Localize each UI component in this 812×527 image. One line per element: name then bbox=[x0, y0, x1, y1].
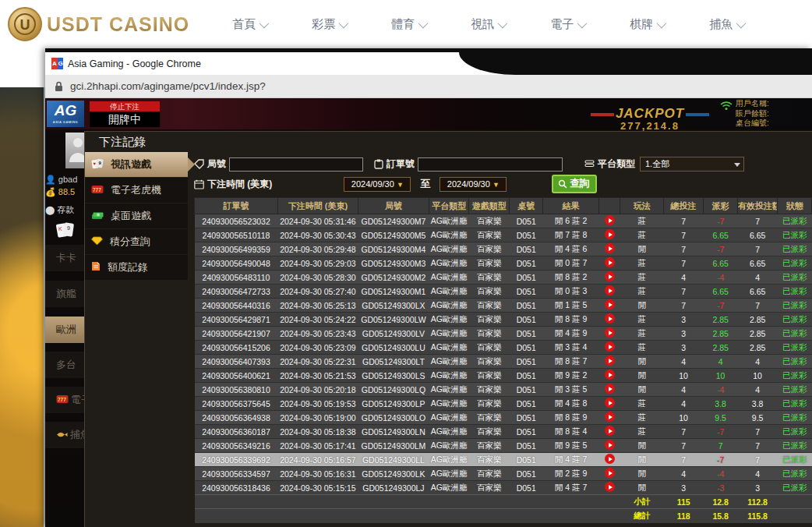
svg-text:777: 777 bbox=[58, 396, 66, 401]
totals-spacer bbox=[195, 509, 620, 523]
cell-platform: AG歐洲廳 bbox=[429, 327, 468, 341]
cell-payout: 6.65 bbox=[704, 228, 738, 242]
menu-item-diamond[interactable]: 積分查詢 bbox=[85, 229, 188, 254]
play-replay-button[interactable] bbox=[605, 468, 615, 478]
stop-betting-label: 停止下注 bbox=[90, 101, 160, 111]
cell-game-type: 百家樂 bbox=[469, 397, 509, 411]
window-title: Asia Gaming - Google Chrome bbox=[68, 58, 201, 69]
background-lobby-item: 卡卡 bbox=[45, 245, 86, 271]
cell-bet-time: 2024-09-30 05:17:41 bbox=[277, 439, 358, 453]
play-replay-button[interactable] bbox=[605, 482, 615, 492]
cell-platform: AG歐洲廳 bbox=[429, 425, 468, 439]
play-replay-button[interactable] bbox=[605, 257, 615, 267]
play-replay-button[interactable] bbox=[605, 243, 615, 253]
play-replay-button[interactable] bbox=[605, 454, 615, 464]
totals-status bbox=[778, 495, 812, 509]
cell-bet-time: 2024-09-30 05:27:40 bbox=[277, 285, 358, 299]
cell-play-type: 莊 bbox=[620, 256, 663, 271]
url-bar[interactable]: gci.2hhapi.com/agingame/pcv1/index.jsp? bbox=[45, 75, 812, 98]
play-replay-button[interactable] bbox=[605, 299, 615, 309]
cell-total-bet: 4 bbox=[663, 397, 703, 411]
cell-game-type: 百家樂 bbox=[469, 467, 509, 481]
cell-table-no: D051 bbox=[509, 383, 543, 397]
cell-table-no: D051 bbox=[509, 228, 543, 242]
menu-item-cards[interactable]: ♥9視訊遊戲 bbox=[85, 152, 188, 177]
play-replay-button[interactable] bbox=[605, 370, 615, 380]
background-username: 👤 gbad bbox=[45, 175, 86, 185]
play-replay-button[interactable] bbox=[605, 229, 615, 239]
play-replay-button[interactable] bbox=[605, 426, 615, 436]
cell-round-no: GD051249300M7 bbox=[358, 214, 429, 228]
cell-platform: AG歐洲廳 bbox=[429, 271, 468, 285]
menu-item-money[interactable]: 桌面遊戲 bbox=[85, 203, 188, 228]
cell-table-no: D051 bbox=[509, 467, 543, 481]
search-button[interactable]: 查詢 bbox=[552, 175, 597, 193]
cell-payout: -7 bbox=[704, 214, 738, 228]
main-nav: 首頁 彩票 體育 視訊 電子 棋牌 捕魚 bbox=[232, 17, 789, 32]
date-from-picker[interactable]: 2024/09/30 ▼ bbox=[344, 177, 411, 192]
cell-bet-time: 2024-09-30 05:20:18 bbox=[277, 383, 358, 397]
cell-total-bet: 10 bbox=[663, 369, 703, 383]
cell-payout: 10 bbox=[704, 369, 738, 383]
user-name-label: 用戶名稱: bbox=[736, 99, 769, 109]
jackpot-label: JACKPOT bbox=[605, 106, 695, 122]
cell-result: 閒 4 莊 7 bbox=[543, 453, 598, 467]
play-replay-button[interactable] bbox=[605, 440, 615, 450]
play-replay-button[interactable] bbox=[605, 285, 615, 295]
cell-round-no: GD051249300LN bbox=[358, 425, 429, 439]
nav-item[interactable]: 彩票 bbox=[312, 17, 346, 32]
play-replay-button[interactable] bbox=[605, 271, 615, 281]
site-logo-text: USDT CASINO bbox=[47, 13, 189, 36]
cell-valid-bet: 7 bbox=[737, 242, 777, 256]
nav-item[interactable]: 電子 bbox=[550, 17, 584, 32]
cell-payout: -7 bbox=[704, 453, 738, 467]
user-info-block: 用戶名稱: 賬戶餘額: 桌台編號: bbox=[720, 99, 812, 129]
play-replay-button[interactable] bbox=[605, 215, 615, 225]
cell-platform: AG歐洲廳 bbox=[429, 355, 468, 369]
play-replay-button[interactable] bbox=[605, 341, 615, 352]
table-number-label: 桌台編號: bbox=[736, 118, 769, 129]
table-row: 2409300563756452024-09-30 05:19:53GD0512… bbox=[195, 397, 812, 411]
cell-total-bet: 7 bbox=[663, 242, 703, 256]
cell-valid-bet: 2.85 bbox=[737, 341, 777, 355]
column-header: 平台類型 bbox=[429, 198, 468, 214]
play-replay-button[interactable] bbox=[605, 355, 615, 366]
nav-item[interactable]: 棋牌 bbox=[630, 17, 664, 32]
cell-status: 已派彩 bbox=[778, 285, 812, 299]
nav-item[interactable]: 捕魚 bbox=[709, 17, 743, 32]
cell-replay bbox=[598, 228, 620, 242]
table-row: 2409300564900482024-09-30 05:29:03GD0512… bbox=[195, 256, 812, 271]
nav-item[interactable]: 體育 bbox=[391, 17, 425, 32]
play-replay-button[interactable] bbox=[605, 327, 615, 338]
menu-item-slot[interactable]: 777電子老虎機 bbox=[85, 178, 188, 203]
play-replay-button[interactable] bbox=[605, 313, 615, 324]
play-replay-button[interactable] bbox=[605, 412, 615, 422]
fish-icon bbox=[56, 423, 68, 448]
cell-total-bet: 7 bbox=[663, 214, 703, 228]
cell-round-no: GD051249300LU bbox=[358, 341, 429, 355]
chevron-down-icon bbox=[657, 18, 667, 28]
play-replay-button[interactable] bbox=[605, 384, 615, 394]
round-no-input[interactable] bbox=[229, 157, 363, 172]
cell-play-type: 閒 bbox=[620, 453, 663, 467]
cell-game-type: 百家樂 bbox=[469, 341, 509, 355]
platform-type-select[interactable]: 1.全部 bbox=[640, 157, 744, 172]
cell-total-bet: 10 bbox=[663, 411, 703, 425]
cell-round-no: GD051249300LL bbox=[358, 453, 429, 467]
cell-platform: AG歐洲廳 bbox=[429, 242, 468, 256]
cell-status: 已派彩 bbox=[778, 228, 812, 242]
nav-item-label: 視訊 bbox=[471, 17, 494, 32]
cell-order-no: 240930056429871 bbox=[195, 313, 278, 327]
nav-item[interactable]: 視訊 bbox=[471, 17, 505, 32]
nav-item[interactable]: 首頁 bbox=[232, 17, 267, 32]
order-no-input[interactable] bbox=[418, 157, 563, 172]
date-to-picker[interactable]: 2024/09/30 ▼ bbox=[440, 177, 507, 192]
cell-table-no: D051 bbox=[509, 453, 543, 467]
menu-item-document[interactable]: 額度記錄 bbox=[85, 255, 188, 280]
nav-item-label: 彩票 bbox=[312, 17, 335, 32]
site-logo[interactable]: U USDT CASINO bbox=[8, 7, 189, 41]
play-replay-button[interactable] bbox=[605, 398, 615, 408]
cell-valid-bet: 4 bbox=[737, 467, 777, 481]
column-header: 結果 bbox=[543, 198, 598, 214]
cell-table-no: D051 bbox=[509, 271, 543, 285]
